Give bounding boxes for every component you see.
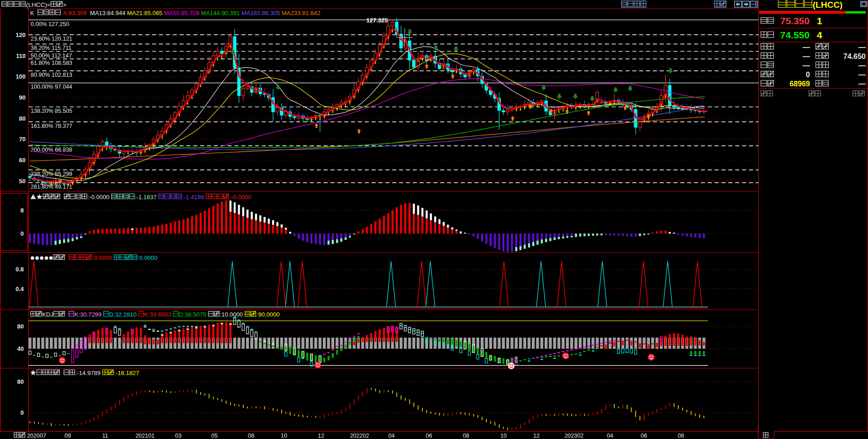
svg-text:202101: 202101 (135, 433, 155, 439)
svg-text:11: 11 (102, 433, 108, 439)
svg-text:8: 8 (21, 207, 24, 214)
svg-text:A:83.309: A:83.309 (63, 10, 87, 16)
svg-text:K: K (30, 10, 34, 16)
svg-text:09: 09 (64, 433, 71, 439)
svg-text:74.650: 74.650 (843, 53, 866, 60)
svg-text:202302: 202302 (564, 433, 584, 439)
svg-text:08: 08 (678, 433, 684, 439)
svg-text:—: — (803, 43, 810, 51)
svg-text:—: — (803, 53, 810, 60)
svg-text:23.60% 120.121: 23.60% 120.121 (31, 36, 72, 42)
svg-text:12: 12 (533, 433, 540, 439)
svg-text:(LHCC): (LHCC) (813, 0, 842, 10)
svg-text:138.20% 85.505: 138.20% 85.505 (31, 108, 72, 114)
svg-text:12: 12 (318, 433, 324, 439)
svg-text:10: 10 (500, 433, 507, 439)
svg-text:MA233:81.642: MA233:81.642 (282, 10, 321, 16)
svg-text:MA165:86.305: MA165:86.305 (241, 10, 280, 16)
svg-text:08: 08 (248, 433, 254, 439)
svg-text::-0.0000: :-0.0000 (88, 194, 110, 201)
svg-text:70: 70 (19, 136, 26, 143)
svg-text:100: 100 (16, 73, 26, 80)
svg-text::-0.0000: :-0.0000 (230, 194, 252, 201)
svg-text:50: 50 (19, 178, 26, 185)
svg-text:MA13:84.944: MA13:84.944 (90, 10, 125, 16)
svg-text:0: 0 (21, 409, 24, 416)
svg-text:61.80% 108.583: 61.80% 108.583 (31, 60, 72, 66)
svg-text:D:32.2810: D:32.2810 (109, 311, 137, 318)
svg-text:10: 10 (281, 433, 287, 439)
svg-text::10.0000: :10.0000 (220, 311, 243, 318)
svg-text:40: 40 (17, 345, 24, 352)
svg-text:127.325: 127.325 (366, 17, 388, 24)
svg-text:D:38.5075: D:38.5075 (179, 311, 206, 318)
svg-text::-1.1837: :-1.1837 (135, 194, 157, 201)
svg-text:74.550: 74.550 (780, 30, 809, 40)
svg-text:161.80% 78.377: 161.80% 78.377 (31, 123, 72, 129)
svg-text:MA144:90.391: MA144:90.391 (201, 10, 240, 16)
svg-text:80: 80 (17, 323, 24, 330)
svg-text:80: 80 (17, 378, 24, 385)
svg-text:>: > (63, 1, 67, 8)
svg-text::-16.1827: :-16.1827 (114, 370, 139, 376)
svg-text:K:33.6553: K:33.6553 (144, 311, 171, 318)
svg-text:0.8: 0.8 (16, 266, 24, 273)
svg-text:68969: 68969 (790, 80, 810, 88)
svg-text:—: — (858, 43, 866, 51)
svg-text:0: 0 (806, 71, 810, 79)
svg-text:06: 06 (641, 433, 647, 439)
svg-text:—: — (858, 62, 866, 69)
svg-text::90.0000: :90.0000 (257, 311, 280, 318)
svg-text:80: 80 (19, 115, 26, 122)
svg-text:1: 1 (817, 16, 822, 26)
svg-text:50.00% 112.147: 50.00% 112.147 (31, 53, 72, 59)
svg-text:110: 110 (16, 53, 26, 59)
svg-text:120: 120 (16, 32, 26, 38)
svg-text:80.90% 102.813: 80.90% 102.813 (31, 72, 72, 78)
svg-text:MA55:85.708: MA55:85.708 (164, 10, 199, 16)
svg-text:238.20% 55.299: 238.20% 55.299 (31, 171, 72, 177)
svg-text:08: 08 (463, 433, 469, 439)
svg-text:K:30.7299: K:30.7299 (75, 311, 102, 318)
svg-text:0.00% 127.250: 0.00% 127.250 (31, 21, 69, 27)
svg-text::0.0000: :0.0000 (138, 254, 157, 261)
svg-text:05: 05 (211, 433, 218, 439)
svg-text:100.00% 97.044: 100.00% 97.044 (31, 84, 72, 90)
svg-text::-14.9789: :-14.9789 (75, 370, 101, 376)
svg-text:202007: 202007 (27, 433, 46, 439)
svg-text:03: 03 (175, 433, 182, 439)
svg-text:(LHCC)<: (LHCC)< (26, 1, 51, 8)
svg-text:—: — (858, 71, 866, 79)
svg-text::0.0000: :0.0000 (92, 254, 112, 261)
svg-text:202202: 202202 (350, 433, 369, 439)
svg-text:—: — (803, 62, 810, 69)
svg-text:06: 06 (426, 433, 432, 439)
svg-text::-1.4198: :-1.4198 (182, 194, 204, 201)
svg-text:4: 4 (817, 30, 822, 40)
svg-text:—: — (858, 80, 866, 88)
svg-text:04: 04 (607, 433, 613, 439)
svg-text:75.350: 75.350 (780, 16, 809, 26)
svg-text:MA21:85.085: MA21:85.085 (127, 10, 162, 16)
svg-text:60: 60 (19, 157, 26, 164)
svg-text:KDJ: KDJ (42, 311, 54, 318)
svg-text:38.20% 115.711: 38.20% 115.711 (31, 45, 71, 51)
svg-text:90: 90 (19, 94, 26, 101)
svg-text:04: 04 (388, 433, 395, 439)
svg-text:0: 0 (21, 230, 24, 237)
svg-text:0.4: 0.4 (16, 286, 24, 292)
